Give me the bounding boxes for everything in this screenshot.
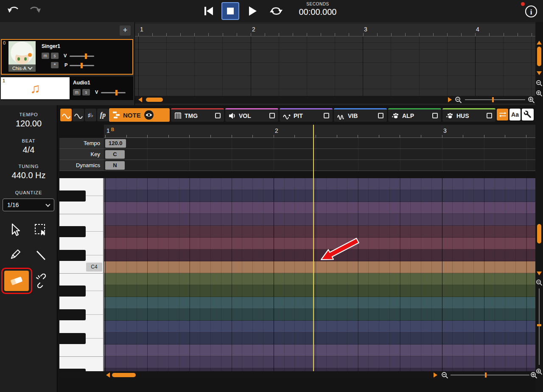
tab-vol[interactable]: VOL [225, 108, 278, 122]
tab-alp[interactable]: ALP [388, 108, 441, 122]
volume-slider[interactable] [70, 56, 94, 57]
scroll-left-arrow[interactable] [106, 372, 110, 378]
note-grid[interactable] [104, 178, 535, 371]
pitch-row[interactable] [104, 309, 535, 321]
undo-button[interactable] [7, 5, 20, 17]
line-tool-button[interactable] [31, 246, 50, 265]
scroll-down-arrow[interactable] [537, 272, 542, 275]
mute-button[interactable]: m [73, 89, 81, 95]
piano-keyboard[interactable]: C4 [59, 178, 104, 371]
track-row-audio[interactable]: 1 ♫ Audio1 m s V [1, 76, 133, 100]
eye-icon[interactable] [144, 110, 154, 120]
scroll-up-arrow[interactable] [537, 41, 542, 45]
piano-black-key[interactable] [59, 250, 86, 261]
zoom-in-icon[interactable] [528, 96, 535, 104]
pitch-row[interactable] [104, 321, 535, 333]
piano-black-key[interactable] [59, 309, 86, 320]
volume-slider-handle[interactable] [115, 90, 118, 95]
swap-parameters-button[interactable] [497, 109, 508, 120]
zoom-out-icon[interactable] [441, 372, 448, 379]
zoom-slider-handle[interactable] [492, 97, 494, 102]
key-chip[interactable]: C [105, 150, 125, 159]
vzoom-slider-handle[interactable] [537, 324, 541, 326]
tmg-visibility-checkbox[interactable] [215, 113, 221, 118]
pitch-row[interactable] [104, 368, 535, 371]
tab-vib[interactable]: VIB [334, 108, 387, 122]
pitch-row[interactable] [104, 190, 535, 202]
unlink-tool-button[interactable] [32, 272, 51, 290]
vibrato-stamp-button[interactable] [60, 109, 72, 121]
tab-tmg[interactable]: TMG [171, 108, 224, 122]
scroll-handle[interactable] [112, 373, 136, 377]
pitch-row[interactable] [104, 273, 535, 285]
piano-black-key[interactable] [59, 190, 86, 202]
pitch-row[interactable] [104, 333, 535, 344]
tab-note[interactable]: NOTE [109, 108, 170, 122]
solo-button[interactable]: s [51, 53, 59, 59]
redo-button[interactable] [28, 5, 42, 17]
voice-select-dropdown[interactable]: Chis-A [8, 64, 36, 72]
zoom-out-icon[interactable] [455, 96, 462, 104]
hus-visibility-checkbox[interactable] [487, 113, 492, 118]
scroll-left-arrow[interactable] [138, 97, 142, 102]
vol-visibility-checkbox[interactable] [269, 113, 275, 118]
zoom-slider-track[interactable] [451, 375, 529, 375]
add-track-button[interactable]: + [120, 25, 131, 36]
scroll-right-arrow[interactable] [448, 97, 452, 102]
editor-hscrollbar[interactable] [59, 371, 535, 379]
piano-black-key[interactable] [59, 286, 86, 297]
dynamics-button[interactable]: fp [97, 109, 109, 121]
loop-button[interactable] [269, 6, 283, 17]
tab-hus[interactable]: HUS [442, 108, 495, 122]
stop-button[interactable] [221, 2, 239, 20]
dynamics-chip[interactable]: N [105, 161, 125, 170]
pit-visibility-checkbox[interactable] [324, 113, 329, 118]
pitch-row[interactable] [104, 285, 535, 297]
pitch-row[interactable] [104, 214, 535, 226]
key-row-lane[interactable]: C [104, 149, 535, 160]
pitch-row[interactable] [104, 344, 535, 356]
arrange-grid[interactable] [135, 36, 535, 96]
zoom-out-icon[interactable] [536, 80, 543, 87]
piano-vscroll-handle[interactable] [537, 224, 541, 244]
settings-wrench-button[interactable] [522, 109, 534, 120]
pitch-row[interactable] [104, 202, 535, 214]
arrange-ruler[interactable]: 1 2 3 4 [135, 24, 535, 36]
cursor-tool-button[interactable] [6, 221, 25, 239]
vib-visibility-checkbox[interactable] [378, 113, 383, 118]
zoom-out-icon[interactable] [536, 279, 543, 286]
pitch-row[interactable] [104, 261, 535, 273]
arrange-vscroll-handle[interactable] [537, 47, 541, 66]
star-button[interactable]: * [51, 62, 59, 68]
pitch-row[interactable] [104, 178, 535, 190]
pitch-row[interactable] [104, 238, 535, 249]
pencil-tool-button[interactable] [6, 246, 25, 265]
beat-value[interactable]: 4/4 [0, 145, 57, 155]
scroll-handle[interactable] [146, 98, 163, 102]
tempo-chip[interactable]: 120.0 [105, 139, 126, 148]
volume-slider-handle[interactable] [85, 53, 87, 59]
arrange-hscrollbar[interactable] [135, 96, 535, 104]
pitch-row[interactable] [104, 226, 535, 238]
editor-ruler[interactable]: 1B 2 3 [104, 125, 535, 138]
volume-slider[interactable] [101, 92, 126, 93]
zoom-in-icon[interactable] [536, 90, 543, 97]
play-button[interactable] [247, 5, 258, 17]
tab-pit[interactable]: PIT [280, 108, 333, 122]
quantize-dropdown[interactable]: 1/16 [3, 199, 54, 211]
zoom-slider-handle[interactable] [485, 372, 487, 378]
pitch-row[interactable] [104, 297, 535, 309]
zoom-in-icon[interactable] [530, 372, 537, 379]
audio-thumbnail[interactable]: 1 ♫ [1, 77, 70, 99]
info-button[interactable]: i [523, 4, 539, 19]
zoom-slider-track[interactable] [465, 99, 525, 100]
mute-button[interactable]: m [42, 53, 49, 59]
scroll-right-arrow[interactable] [434, 372, 437, 378]
alp-visibility-checkbox[interactable] [432, 113, 438, 118]
lyrics-aa-button[interactable]: Aa [509, 109, 521, 120]
pitch-row[interactable] [104, 356, 535, 368]
vzoom-slider-track[interactable] [539, 288, 540, 365]
accidentals-button[interactable]: ♯♭ [85, 109, 96, 121]
piano-black-key[interactable] [59, 226, 86, 237]
eraser-tool-button[interactable] [4, 271, 29, 291]
